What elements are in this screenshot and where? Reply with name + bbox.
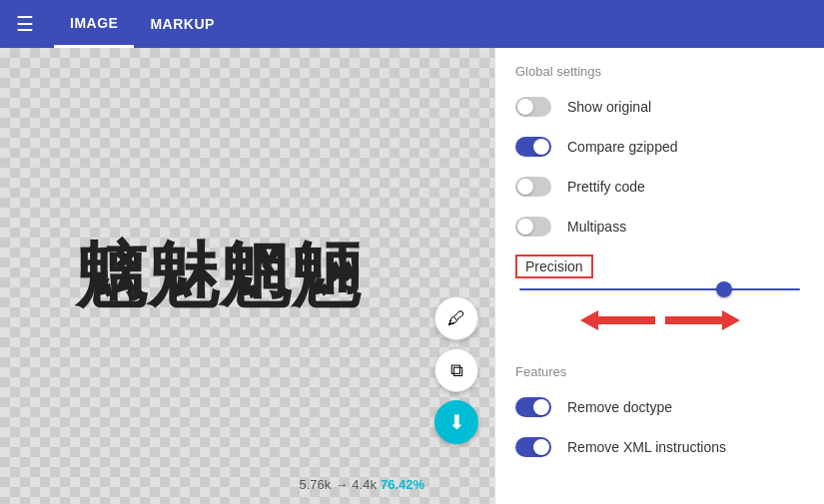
copy-button[interactable]: ⧉: [434, 348, 478, 392]
image-preview: 魑魅魍魎: [75, 229, 363, 324]
tab-markup[interactable]: MARKUP: [134, 0, 230, 48]
brush-button[interactable]: 🖊: [434, 296, 478, 340]
compare-gzipped-row: Compare gzipped: [495, 127, 824, 167]
features-title: Features: [495, 356, 824, 387]
arrow-text: →: [335, 477, 348, 492]
copy-icon: ⧉: [450, 360, 463, 381]
show-original-row: Show original: [495, 87, 824, 127]
status-bar: 5.76k → 4.4k 76.42%: [300, 477, 424, 492]
show-original-label: Show original: [567, 99, 651, 115]
remove-xml-row: Remove XML instructions: [495, 427, 824, 467]
show-original-slider: [515, 97, 551, 117]
precision-label-row: Precision: [515, 254, 804, 278]
multipass-toggle[interactable]: [515, 217, 551, 237]
original-size: 5.76k: [300, 477, 332, 492]
compare-gzipped-slider: [515, 137, 551, 157]
multipass-label: Multipass: [567, 219, 626, 235]
precision-slider-thumb[interactable]: [716, 281, 732, 297]
tab-image[interactable]: IMAGE: [54, 0, 134, 48]
download-icon: ⬇: [448, 410, 465, 434]
compression-percent: 76.42%: [381, 477, 424, 492]
global-settings-title: Global settings: [495, 48, 824, 87]
multipass-slider: [515, 217, 551, 237]
remove-xml-toggle[interactable]: [515, 437, 551, 457]
prettify-code-toggle[interactable]: [515, 177, 551, 197]
menu-icon[interactable]: ☰: [16, 12, 34, 36]
compare-gzipped-label: Compare gzipped: [567, 139, 678, 155]
new-size: 4.4k: [352, 477, 377, 492]
download-button[interactable]: ⬇: [434, 400, 478, 444]
compare-gzipped-toggle[interactable]: [515, 137, 551, 157]
precision-slider-track: [519, 288, 800, 290]
multipass-row: Multipass: [495, 207, 824, 247]
precision-slider-container: [515, 288, 804, 290]
remove-xml-slider: [515, 437, 551, 457]
settings-panel: Global settings Show original Compare gz…: [494, 48, 824, 504]
remove-doctype-label: Remove doctype: [567, 399, 672, 415]
brush-icon: 🖊: [447, 308, 465, 329]
remove-xml-label: Remove XML instructions: [567, 439, 726, 455]
remove-doctype-slider: [515, 397, 551, 417]
main-content: 魑魅魍魎 🖊 ⧉ ⬇ 5.76k → 4.4k 76.42% Global se…: [0, 48, 824, 504]
arrow-annotation: [515, 300, 804, 340]
remove-doctype-row: Remove doctype: [495, 387, 824, 427]
remove-doctype-toggle[interactable]: [515, 397, 551, 417]
app-header: ☰ IMAGE MARKUP: [0, 0, 824, 48]
prettify-code-slider: [515, 177, 551, 197]
precision-section: Precision: [495, 247, 824, 356]
precision-arrow-svg: [580, 300, 740, 340]
show-original-toggle[interactable]: [515, 97, 551, 117]
svg-marker-1: [665, 310, 740, 330]
fab-group: 🖊 ⧉ ⬇: [434, 296, 478, 444]
prettify-code-row: Prettify code: [495, 167, 824, 207]
prettify-code-label: Prettify code: [567, 179, 645, 195]
svg-marker-0: [580, 310, 655, 330]
image-panel: 魑魅魍魎 🖊 ⧉ ⬇ 5.76k → 4.4k 76.42%: [0, 48, 494, 504]
precision-label: Precision: [515, 254, 593, 278]
